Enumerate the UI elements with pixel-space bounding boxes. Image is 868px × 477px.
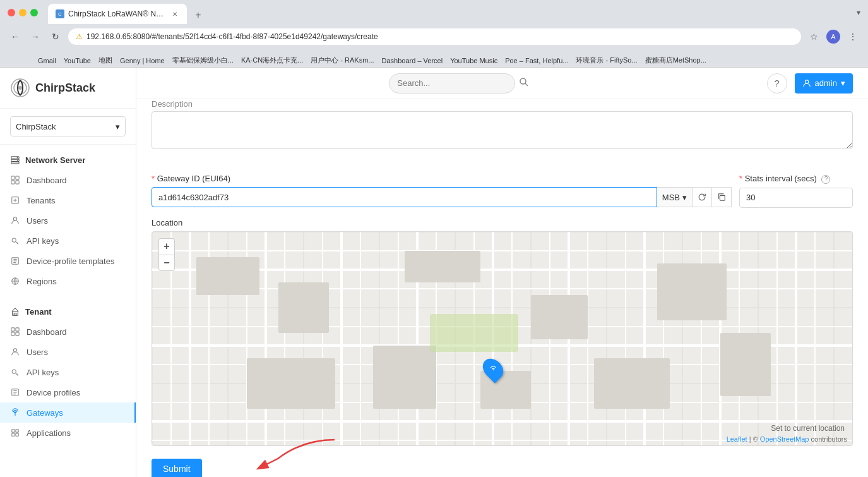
sidebar-item-api-keys[interactable]: API keys bbox=[0, 231, 136, 251]
search-button[interactable] bbox=[519, 77, 529, 89]
search-input[interactable] bbox=[389, 73, 515, 94]
msb-dropdown[interactable]: MSB ▾ bbox=[657, 187, 693, 207]
dashboard-icon-2 bbox=[10, 327, 20, 337]
sidebar-item-label: Dashboard bbox=[27, 327, 67, 337]
refresh-button[interactable] bbox=[693, 187, 712, 207]
tenant-selector-chevron: ▾ bbox=[116, 122, 120, 131]
svg-rect-52 bbox=[720, 333, 771, 396]
gateway-id-required: * bbox=[152, 174, 157, 183]
tenants-icon bbox=[10, 195, 20, 205]
map-container[interactable]: + − bbox=[152, 231, 853, 446]
form-area: Description * Gateway ID (EUI64) MSB ▾ bbox=[136, 99, 868, 477]
svg-rect-53 bbox=[430, 314, 518, 352]
sidebar-item-tenant-dashboard[interactable]: Dashboard bbox=[0, 322, 136, 342]
svg-rect-47 bbox=[657, 263, 727, 320]
map-zoom-in-button[interactable]: + bbox=[158, 238, 175, 255]
sidebar-item-label: Dashboard bbox=[27, 176, 67, 185]
svg-rect-29 bbox=[16, 433, 18, 436]
sidebar-item-label: API keys bbox=[27, 236, 59, 246]
maximize-dot[interactable] bbox=[30, 9, 38, 16]
map-attribution-contributors: contributors bbox=[811, 435, 847, 443]
tenant-selector[interactable]: ChirpStack ▾ bbox=[10, 116, 126, 136]
sidebar-item-device-profile-templates[interactable]: Device-profile templates bbox=[0, 251, 136, 271]
sidebar-item-dashboard[interactable]: Dashboard bbox=[0, 170, 136, 190]
bookmark-env[interactable]: 环境音乐 - FiftySo... bbox=[576, 56, 637, 65]
arrow-annotation bbox=[227, 433, 354, 478]
sidebar-item-label: Gateways bbox=[27, 408, 63, 418]
back-button[interactable]: ← bbox=[8, 29, 23, 44]
bookmark-met[interactable]: 蜜糖商店MetShop... bbox=[645, 56, 706, 65]
bookmark-star[interactable]: ☆ bbox=[806, 29, 821, 44]
stats-help-icon[interactable]: ? bbox=[821, 175, 830, 184]
tenant-name: ChirpStack bbox=[16, 122, 56, 131]
sidebar-item-applications[interactable]: Applications bbox=[0, 423, 136, 443]
set-location-button[interactable]: Set to current location bbox=[771, 424, 845, 433]
sidebar-item-tenant-api-keys[interactable]: API keys bbox=[0, 362, 136, 382]
map-pin[interactable] bbox=[484, 358, 502, 380]
bookmark-ka[interactable]: KA-CN海外点卡充... bbox=[241, 56, 303, 65]
map-background bbox=[152, 232, 852, 445]
svg-point-14 bbox=[12, 238, 16, 242]
bookmark-ytm[interactable]: YouTube Music bbox=[450, 57, 497, 64]
msb-chevron: ▾ bbox=[682, 193, 687, 202]
osm-link[interactable]: OpenStreetMap bbox=[760, 435, 809, 443]
bookmark-gmail[interactable]: Gmail bbox=[38, 57, 56, 64]
tenant-section: Tenant Dashboard Users API keys bbox=[0, 296, 136, 448]
svg-rect-43 bbox=[196, 257, 259, 295]
leaflet-link[interactable]: Leaflet bbox=[727, 435, 747, 443]
svg-rect-20 bbox=[16, 328, 19, 331]
gateway-icon bbox=[10, 408, 20, 418]
bookmark-rak[interactable]: 用户中心 - RAKsm... bbox=[311, 56, 374, 65]
regions-icon bbox=[10, 276, 20, 286]
svg-rect-18 bbox=[14, 313, 16, 316]
bookmark-dash[interactable]: Dashboard – Vercel bbox=[382, 57, 443, 64]
help-button[interactable]: ? bbox=[767, 73, 787, 94]
svg-rect-46 bbox=[531, 295, 588, 339]
sidebar-item-gateways[interactable]: Gateways bbox=[0, 402, 136, 423]
sidebar-item-users[interactable]: Users bbox=[0, 210, 136, 231]
submit-button[interactable]: Submit bbox=[152, 459, 202, 478]
bookmark-zero[interactable]: 零基础保姆级小白... bbox=[172, 56, 234, 65]
sidebar-item-tenants[interactable]: Tenants bbox=[0, 190, 136, 210]
tab-title: ChirpStack LoRaWAN® Netwo... bbox=[68, 9, 167, 18]
tab-favicon: C bbox=[56, 9, 64, 18]
gateway-id-input-group: MSB ▾ bbox=[152, 187, 732, 207]
location-section: Location bbox=[152, 218, 853, 446]
minimize-dot[interactable] bbox=[19, 9, 27, 16]
description-section: Description bbox=[152, 99, 853, 161]
dashboard-icon bbox=[10, 175, 20, 185]
sidebar-item-label: API keys bbox=[27, 368, 59, 377]
chirpstack-logo-icon bbox=[10, 78, 30, 98]
forward-button[interactable]: → bbox=[28, 29, 43, 44]
stats-interval-input[interactable] bbox=[739, 188, 853, 208]
map-zoom-out-button[interactable]: − bbox=[158, 255, 175, 271]
bookmark-poe[interactable]: Poe – Fast, Helpfu... bbox=[505, 57, 568, 64]
svg-rect-5 bbox=[11, 162, 19, 164]
tab-close-button[interactable]: ✕ bbox=[170, 9, 179, 18]
sidebar-item-label: Applications bbox=[27, 428, 71, 438]
sidebar-item-device-profiles[interactable]: Device profiles bbox=[0, 382, 136, 402]
copy-button[interactable] bbox=[712, 187, 732, 207]
sidebar-item-regions[interactable]: Regions bbox=[0, 271, 136, 291]
profile-icon[interactable]: A bbox=[826, 30, 840, 44]
address-bar[interactable]: ⚠ 192.168.0.65:8080/#/tenants/52f14cd4-c… bbox=[68, 28, 801, 45]
tab-list-button[interactable]: ▾ bbox=[857, 8, 860, 17]
close-dot[interactable] bbox=[8, 9, 15, 16]
bookmark-youtube[interactable]: YouTube bbox=[64, 57, 91, 64]
network-server-section: Network Server Dashboard Tenants Users bbox=[0, 145, 136, 296]
map-controls: + − bbox=[158, 238, 175, 271]
bookmark-genny[interactable]: Genny | Home bbox=[120, 57, 165, 64]
sidebar-item-tenant-users[interactable]: Users bbox=[0, 342, 136, 362]
server-icon bbox=[10, 155, 20, 165]
bookmark-map[interactable]: 地图 bbox=[98, 56, 112, 65]
browser-tab-active[interactable]: C ChirpStack LoRaWAN® Netwo... ✕ bbox=[48, 4, 187, 24]
reload-button[interactable]: ↻ bbox=[48, 29, 63, 44]
new-tab-button[interactable]: + bbox=[189, 6, 207, 24]
description-textarea[interactable] bbox=[152, 111, 853, 149]
home-icon bbox=[10, 306, 20, 317]
address-text: 192.168.0.65:8080/#/tenants/52f14cd4-c6f… bbox=[86, 32, 378, 41]
gateway-id-input[interactable] bbox=[152, 187, 657, 207]
more-options-button[interactable]: ⋮ bbox=[845, 29, 860, 44]
admin-button[interactable]: admin ▾ bbox=[795, 73, 853, 94]
navbar-search bbox=[389, 73, 529, 94]
